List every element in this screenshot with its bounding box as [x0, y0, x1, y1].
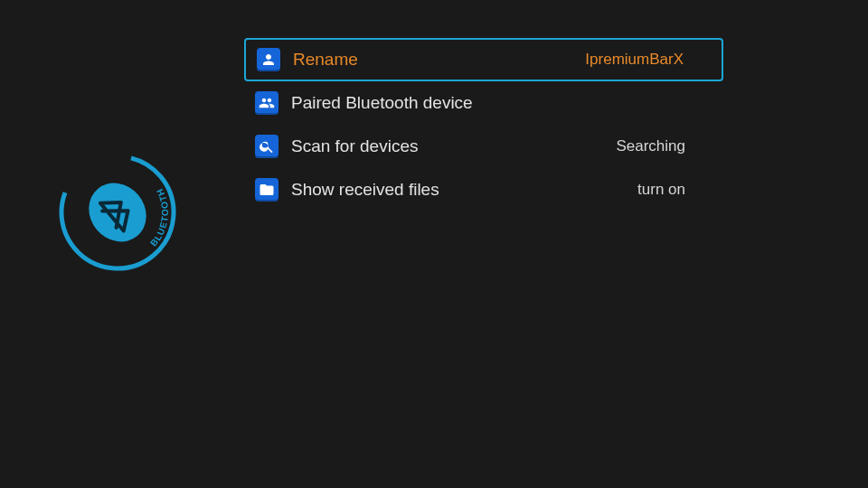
- menu-item-rename[interactable]: Rename IpremiumBarX: [244, 38, 723, 81]
- menu-item-value: Searching: [577, 137, 712, 155]
- people-icon: [255, 91, 278, 115]
- menu-item-scan[interactable]: Scan for devices Searching: [244, 125, 723, 168]
- menu-item-paired[interactable]: Paired Bluetooth device: [244, 81, 723, 125]
- menu-item-label: Scan for devices: [291, 136, 564, 156]
- menu-item-label: Paired Bluetooth device: [291, 93, 564, 113]
- folder-icon: [255, 178, 278, 202]
- menu-item-label: Show received files: [291, 180, 564, 200]
- bluetooth-sidebar: BLUETOOTH: [54, 149, 181, 276]
- menu-item-value: IpremiumBarX: [575, 51, 711, 69]
- menu-item-label: Rename: [293, 50, 562, 70]
- menu-item-received-files[interactable]: Show received files turn on: [244, 168, 723, 211]
- bluetooth-menu: Rename IpremiumBarX Paired Bluetooth dev…: [244, 38, 723, 211]
- search-icon: [255, 135, 278, 158]
- menu-item-value: turn on: [577, 181, 712, 199]
- bluetooth-logo: BLUETOOTH: [54, 149, 181, 276]
- person-icon: [257, 48, 280, 71]
